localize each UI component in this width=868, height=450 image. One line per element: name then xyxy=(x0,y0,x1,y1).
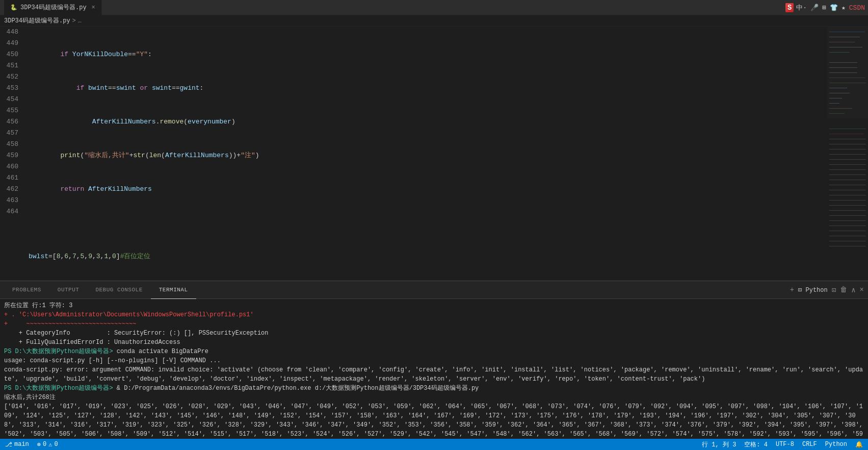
new-terminal-button[interactable]: + xyxy=(790,286,794,294)
panel-tab-actions: + ⊡ Python ⊡ 🗑 ∧ × xyxy=(790,286,864,294)
editor-area: 448 449 450 451 452 453 454 455 456 457 … xyxy=(0,27,868,439)
code-line-450: AfterKillNumbers.remove(everynumber) xyxy=(29,116,827,128)
cursor-position: 行 1, 列 3 xyxy=(702,440,736,449)
editor-tab[interactable]: 🐍 3DP34码超级编号器.py × xyxy=(4,0,102,15)
terminal-line-5: + FullyQualifiedErrorId : UnauthorizedAc… xyxy=(4,338,864,347)
python-selector[interactable]: ⊡ Python xyxy=(798,286,828,294)
svg-rect-41 xyxy=(829,246,866,246)
close-panel-button[interactable]: × xyxy=(860,286,864,294)
code-line-451: print("缩水后,共计"+str(len(AfterKillNumbers)… xyxy=(29,150,827,161)
terminal-line-9: PS D:\大数据预测Python超级编号器> & D:/ProgramData… xyxy=(4,384,864,393)
svg-rect-33 xyxy=(829,205,866,206)
terminal-line-2: + . 'C:\Users\Administrator\Documents\Wi… xyxy=(4,310,864,319)
error-icon: ⊗ xyxy=(37,441,41,448)
line-ending-indicator: CRLF xyxy=(802,441,817,448)
svg-rect-27 xyxy=(829,174,866,175)
svg-rect-35 xyxy=(829,215,866,216)
svg-rect-23 xyxy=(829,154,866,155)
svg-rect-40 xyxy=(829,241,866,241)
svg-rect-26 xyxy=(829,169,866,170)
tab-debug-console[interactable]: DEBUG CONSOLE xyxy=(87,281,150,299)
notification-icon: 🔔 xyxy=(855,441,863,448)
ime-toolbar: S 中· 🎤 ⊞ 👕 ★ CSDN xyxy=(783,0,868,15)
ime-s-icon: S xyxy=(785,3,794,12)
terminal-line-11: ['014', '016', '017', '019', '023', '025… xyxy=(4,402,864,439)
svg-rect-38 xyxy=(829,231,866,231)
ime-mic-icon: 🎤 xyxy=(809,4,820,12)
tab-label: 3DP34码超级编号器.py xyxy=(20,3,87,12)
svg-rect-18 xyxy=(829,129,866,129)
line-numbers: 448 449 450 451 452 453 454 455 456 457 … xyxy=(0,27,27,281)
breadcrumb-file[interactable]: 3DP34码超级编号器.py xyxy=(4,16,70,25)
terminal-line-1: 所在位置 行:1 字符: 3 xyxy=(4,301,864,310)
warning-icon: ⚠ xyxy=(48,441,52,448)
svg-rect-37 xyxy=(829,226,866,226)
tab-problems[interactable]: PROBLEMS xyxy=(4,281,49,299)
svg-rect-30 xyxy=(829,190,866,190)
terminal-content[interactable]: 所在位置 行:1 字符: 3 + . 'C:\Users\Administrat… xyxy=(0,299,868,439)
encoding-indicator: UTF-8 xyxy=(776,441,794,448)
ime-csdn-icon: CSDN xyxy=(848,4,866,12)
split-terminal-button[interactable]: ⊡ xyxy=(832,286,836,294)
svg-rect-28 xyxy=(829,180,866,180)
code-line-449: if bwint==swint or swint==gwint: xyxy=(29,83,827,94)
terminal-line-4: + CategoryInfo : SecurityError: (:) [], … xyxy=(4,329,864,338)
ime-star-icon: ★ xyxy=(840,4,847,12)
ime-grid-icon: ⊞ xyxy=(821,4,827,12)
code-line-453 xyxy=(29,217,827,229)
svg-rect-20 xyxy=(829,139,866,139)
svg-rect-36 xyxy=(829,220,866,221)
file-icon: 🐍 xyxy=(10,4,17,11)
maximize-panel-button[interactable]: ∧ xyxy=(851,286,855,294)
title-bar: 🐍 3DP34码超级编号器.py × ▷ ⊡ … S 中· 🎤 ⊞ 👕 ★ CS… xyxy=(0,0,868,15)
svg-rect-25 xyxy=(829,164,866,165)
svg-rect-19 xyxy=(829,134,864,134)
code-container: 448 449 450 451 452 453 454 455 456 457 … xyxy=(0,27,868,281)
minimap xyxy=(827,27,868,281)
panel-area: PROBLEMS OUTPUT DEBUG CONSOLE TERMINAL +… xyxy=(0,281,868,439)
terminal-line-3: + ~~~~~~~~~~~~~~~~~~~~~~~~~~~~~~ xyxy=(4,319,864,329)
ime-chinese-mode: 中· xyxy=(795,3,808,12)
breadcrumb-sep: > xyxy=(72,17,76,24)
ime-shirt-icon: 👕 xyxy=(829,4,839,12)
spaces-indicator: 空格: 4 xyxy=(744,440,768,449)
code-line-448: if YorNKillDouble=="Y": xyxy=(29,49,827,60)
svg-rect-21 xyxy=(829,144,866,144)
tab-terminal[interactable]: TERMINAL xyxy=(151,281,196,299)
terminal-line-8: conda-script.py: error: argument COMMAND… xyxy=(4,365,864,384)
terminal-line-7: usage: conda-script.py [-h] [--no-plugin… xyxy=(4,356,864,365)
language-indicator[interactable]: Python xyxy=(825,441,847,448)
code-editor[interactable]: if YorNKillDouble=="Y": if bwint==swint … xyxy=(27,27,827,281)
svg-rect-17 xyxy=(827,27,868,118)
svg-rect-32 xyxy=(829,200,866,201)
tab-output[interactable]: OUTPUT xyxy=(49,281,88,299)
svg-rect-22 xyxy=(829,149,866,149)
error-count: ⊗0 ⚠0 xyxy=(37,441,58,448)
svg-rect-34 xyxy=(829,210,866,211)
svg-rect-29 xyxy=(829,185,866,185)
svg-rect-31 xyxy=(829,195,866,195)
breadcrumb-more[interactable]: … xyxy=(78,17,82,24)
status-bar: ⎇ main ⊗0 ⚠0 行 1, 列 3 空格: 4 UTF-8 CRLF P… xyxy=(0,439,868,450)
terminal-line-6: PS D:\大数据预测Python超级编号器> conda activate B… xyxy=(4,347,864,356)
svg-rect-39 xyxy=(829,236,866,236)
breadcrumb: 3DP34码超级编号器.py > … xyxy=(0,15,868,27)
status-right: 行 1, 列 3 空格: 4 UTF-8 CRLF Python 🔔 xyxy=(702,440,863,449)
source-control-icon: ⎇ xyxy=(5,441,12,448)
svg-rect-24 xyxy=(829,159,866,160)
code-line-452: return AfterKillNumbers xyxy=(29,184,827,195)
panel-tabs: PROBLEMS OUTPUT DEBUG CONSOLE TERMINAL +… xyxy=(0,281,868,299)
code-line-454: bwlst=[8,6,7,5,9,3,1,0]#百位定位 xyxy=(29,251,827,262)
terminal-line-10: 缩水后,共计268注 xyxy=(4,393,864,402)
git-branch: ⎇ main xyxy=(5,441,29,448)
branch-name: main xyxy=(14,441,29,448)
tab-close-button[interactable]: × xyxy=(92,4,95,11)
kill-terminal-button[interactable]: 🗑 xyxy=(840,286,847,294)
